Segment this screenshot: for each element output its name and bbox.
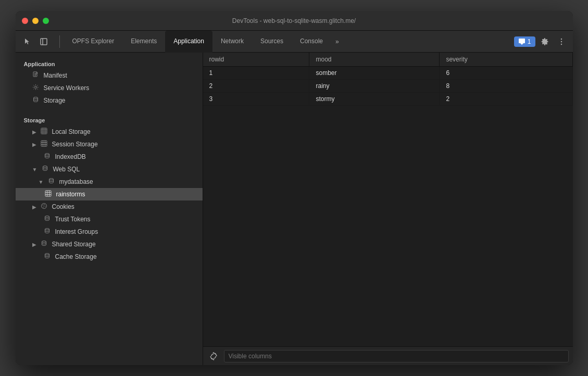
tab-application[interactable]: Application xyxy=(165,31,212,53)
col-header-mood[interactable]: mood xyxy=(309,53,440,67)
storage-icon xyxy=(32,96,40,105)
svg-point-11 xyxy=(34,97,38,99)
toolbar-right: 1 xyxy=(514,34,569,49)
local-storage-label: Local Storage xyxy=(52,128,91,135)
session-storage-label: Session Storage xyxy=(52,141,98,148)
cell-rowid: 1 xyxy=(203,67,309,80)
bottom-bar xyxy=(203,346,573,365)
svg-point-36 xyxy=(45,229,49,230)
grid-icon-session xyxy=(41,140,48,148)
svg-point-34 xyxy=(43,207,44,208)
tab-sources[interactable]: Sources xyxy=(252,31,292,53)
col-header-severity[interactable]: severity xyxy=(440,53,572,67)
tab-bar: OPFS Explorer Elements Application Netwo… xyxy=(64,31,514,53)
svg-point-4 xyxy=(560,41,561,42)
more-options-button[interactable] xyxy=(554,34,569,49)
window-title: DevTools - web-sql-to-sqlite-wasm.glitch… xyxy=(232,17,356,24)
storage-section-title: Storage xyxy=(16,113,203,126)
svg-rect-2 xyxy=(519,39,525,43)
toolbar: OPFS Explorer Elements Application Netwo… xyxy=(16,31,573,53)
sidebar-item-cookies[interactable]: ▶ Cookies xyxy=(16,200,203,213)
svg-rect-0 xyxy=(41,39,47,45)
indexeddb-label: IndexedDB xyxy=(55,153,86,160)
svg-point-32 xyxy=(44,204,45,205)
cell-severity: 8 xyxy=(440,80,572,93)
refresh-button[interactable] xyxy=(207,350,220,362)
content-panel: rowid mood severity 1somber62rainy83stor… xyxy=(203,53,573,365)
cursor-icon-button[interactable] xyxy=(20,34,34,49)
storage-label: Storage xyxy=(44,97,66,104)
sidebar-item-interest-groups[interactable]: Interest Groups xyxy=(16,225,203,238)
svg-point-33 xyxy=(45,206,46,207)
tab-more-button[interactable]: » xyxy=(331,35,343,48)
trust-tokens-label: Trust Tokens xyxy=(55,216,91,223)
sidebar-item-local-storage[interactable]: ▶ Local Storage xyxy=(16,126,203,138)
svg-point-3 xyxy=(560,38,561,39)
svg-point-38 xyxy=(45,254,49,255)
sidebar-item-web-sql[interactable]: ▼ Web SQL xyxy=(16,163,203,176)
cell-rowid: 3 xyxy=(203,93,309,106)
settings-button[interactable] xyxy=(537,34,552,49)
web-sql-chevron: ▼ xyxy=(32,167,37,172)
sidebar-item-manifest[interactable]: Manifest xyxy=(16,69,203,82)
sidebar-item-rainstorms[interactable]: rainstorms xyxy=(16,188,203,200)
sidebar-item-cache-storage[interactable]: Cache Storage xyxy=(16,250,203,263)
visible-columns-input[interactable] xyxy=(224,350,569,362)
cell-mood: stormy xyxy=(309,93,440,106)
tab-elements[interactable]: Elements xyxy=(122,31,165,53)
web-sql-label: Web SQL xyxy=(53,166,80,173)
tab-opfs-explorer[interactable]: OPFS Explorer xyxy=(64,31,123,53)
service-workers-label: Service Workers xyxy=(44,84,90,92)
cell-mood: somber xyxy=(309,67,440,80)
svg-rect-12 xyxy=(41,128,47,134)
sidebar-item-storage[interactable]: Storage xyxy=(16,94,203,107)
svg-point-5 xyxy=(560,43,561,44)
table-wrapper: rowid mood severity 1somber62rainy83stor… xyxy=(203,53,573,346)
gear-icon xyxy=(32,84,40,92)
notification-button[interactable]: 1 xyxy=(514,36,535,47)
local-storage-chevron: ▶ xyxy=(32,129,36,135)
tab-console[interactable]: Console xyxy=(292,31,331,53)
sidebar-item-indexeddb[interactable]: IndexedDB xyxy=(16,151,203,163)
cell-rowid: 2 xyxy=(203,80,309,93)
sidebar-item-service-workers[interactable]: Service Workers xyxy=(16,82,203,94)
table-row[interactable]: 1somber6 xyxy=(203,67,573,80)
dock-icon-button[interactable] xyxy=(36,34,51,49)
table-row[interactable]: 2rainy8 xyxy=(203,80,573,93)
sidebar-item-shared-storage[interactable]: ▶ Shared Storage xyxy=(16,238,203,250)
toolbar-left-icons xyxy=(20,34,51,49)
devtools-window: DevTools - web-sql-to-sqlite-wasm.glitch… xyxy=(16,11,573,365)
table-row[interactable]: 3stormy2 xyxy=(203,93,573,106)
mydatabase-chevron: ▼ xyxy=(39,179,44,185)
svg-point-35 xyxy=(45,216,49,218)
cookies-label: Cookies xyxy=(52,203,74,210)
shared-storage-label: Shared Storage xyxy=(52,241,96,248)
db-icon-cache xyxy=(44,253,51,261)
minimize-button[interactable] xyxy=(32,18,39,24)
close-button[interactable] xyxy=(22,18,28,24)
app-section-title: Application xyxy=(16,57,203,69)
sidebar-item-session-storage[interactable]: ▶ Session Storage xyxy=(16,138,203,151)
svg-point-22 xyxy=(45,154,49,155)
db-icon-trust xyxy=(44,215,51,223)
session-storage-chevron: ▶ xyxy=(32,142,36,147)
manifest-label: Manifest xyxy=(44,72,67,79)
col-header-rowid[interactable]: rowid xyxy=(203,53,309,67)
svg-rect-17 xyxy=(41,141,47,146)
svg-rect-25 xyxy=(45,191,51,196)
maximize-button[interactable] xyxy=(43,18,49,24)
sidebar-item-trust-tokens[interactable]: Trust Tokens xyxy=(16,213,203,225)
svg-point-31 xyxy=(43,205,44,206)
rainstorms-label: rainstorms xyxy=(56,191,85,198)
db-icon-indexed xyxy=(44,153,51,161)
db-icon-interest xyxy=(44,228,51,236)
cell-severity: 6 xyxy=(440,67,572,80)
cookie-icon xyxy=(41,203,48,211)
db-icon-websql xyxy=(41,165,48,173)
mydatabase-label: mydatabase xyxy=(59,178,93,185)
sidebar-item-mydatabase[interactable]: ▼ mydatabase xyxy=(16,176,203,188)
tab-network[interactable]: Network xyxy=(212,31,252,53)
titlebar: DevTools - web-sql-to-sqlite-wasm.glitch… xyxy=(16,11,573,31)
doc-icon xyxy=(32,71,40,80)
cell-mood: rainy xyxy=(309,80,440,93)
